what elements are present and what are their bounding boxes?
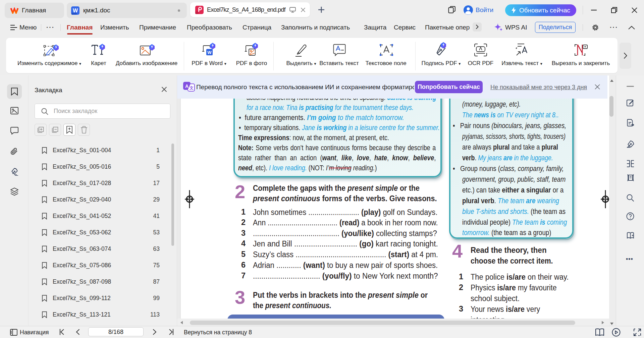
svg-text:A: A bbox=[185, 83, 189, 89]
svg-text:W: W bbox=[73, 8, 78, 13]
svg-text:W: W bbox=[207, 50, 212, 55]
svg-text:文: 文 bbox=[189, 86, 194, 90]
